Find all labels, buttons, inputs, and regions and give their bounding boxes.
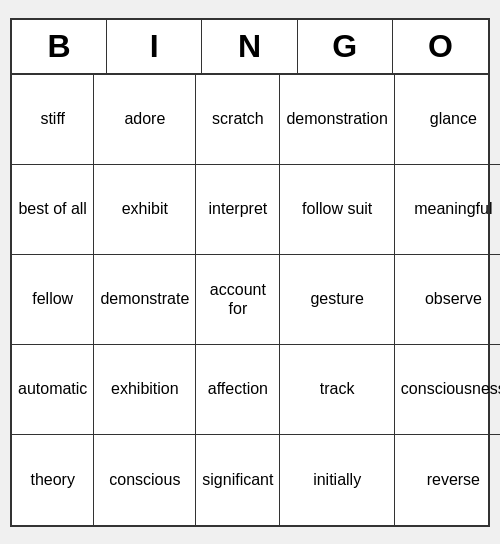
bingo-cell[interactable]: meaningful: [395, 165, 500, 255]
cell-text: track: [320, 379, 355, 398]
bingo-cell[interactable]: exhibition: [94, 345, 196, 435]
cell-text: conscious: [109, 470, 180, 489]
bingo-cell[interactable]: observe: [395, 255, 500, 345]
header-letter: G: [298, 20, 393, 73]
cell-text: interpret: [209, 199, 268, 218]
bingo-cell[interactable]: account for: [196, 255, 280, 345]
cell-text: adore: [124, 109, 165, 128]
cell-text: observe: [425, 289, 482, 308]
header-letter: O: [393, 20, 488, 73]
cell-text: fellow: [32, 289, 73, 308]
cell-text: follow suit: [302, 199, 372, 218]
cell-text: exhibit: [122, 199, 168, 218]
bingo-cell[interactable]: conscious: [94, 435, 196, 525]
cell-text: affection: [208, 379, 268, 398]
cell-text: significant: [202, 470, 273, 489]
bingo-cell[interactable]: scratch: [196, 75, 280, 165]
cell-text: meaningful: [414, 199, 492, 218]
cell-text: theory: [30, 470, 74, 489]
cell-text: automatic: [18, 379, 87, 398]
cell-text: glance: [430, 109, 477, 128]
bingo-cell[interactable]: initially: [280, 435, 394, 525]
bingo-cell[interactable]: automatic: [12, 345, 94, 435]
bingo-cell[interactable]: theory: [12, 435, 94, 525]
bingo-card: BINGO stiffadorescratchdemonstrationglan…: [10, 18, 490, 527]
cell-text: exhibition: [111, 379, 179, 398]
bingo-cell[interactable]: follow suit: [280, 165, 394, 255]
cell-text: demonstration: [286, 109, 387, 128]
bingo-cell[interactable]: affection: [196, 345, 280, 435]
cell-text: initially: [313, 470, 361, 489]
bingo-cell[interactable]: glance: [395, 75, 500, 165]
bingo-grid: stiffadorescratchdemonstrationglancebest…: [12, 75, 488, 525]
bingo-cell[interactable]: fellow: [12, 255, 94, 345]
header-letter: B: [12, 20, 107, 73]
bingo-cell[interactable]: track: [280, 345, 394, 435]
bingo-cell[interactable]: gesture: [280, 255, 394, 345]
bingo-cell[interactable]: adore: [94, 75, 196, 165]
cell-text: gesture: [310, 289, 363, 308]
cell-text: best of all: [18, 199, 86, 218]
bingo-cell[interactable]: reverse: [395, 435, 500, 525]
bingo-cell[interactable]: interpret: [196, 165, 280, 255]
header-letter: I: [107, 20, 202, 73]
header-letter: N: [202, 20, 297, 73]
cell-text: stiff: [40, 109, 65, 128]
bingo-cell[interactable]: best of all: [12, 165, 94, 255]
bingo-cell[interactable]: demonstration: [280, 75, 394, 165]
cell-text: account for: [202, 280, 273, 318]
bingo-header: BINGO: [12, 20, 488, 75]
bingo-cell[interactable]: consciousness: [395, 345, 500, 435]
cell-text: demonstrate: [100, 289, 189, 308]
cell-text: reverse: [427, 470, 480, 489]
bingo-cell[interactable]: demonstrate: [94, 255, 196, 345]
cell-text: scratch: [212, 109, 264, 128]
bingo-cell[interactable]: significant: [196, 435, 280, 525]
bingo-cell[interactable]: exhibit: [94, 165, 196, 255]
cell-text: consciousness: [401, 379, 500, 398]
bingo-cell[interactable]: stiff: [12, 75, 94, 165]
